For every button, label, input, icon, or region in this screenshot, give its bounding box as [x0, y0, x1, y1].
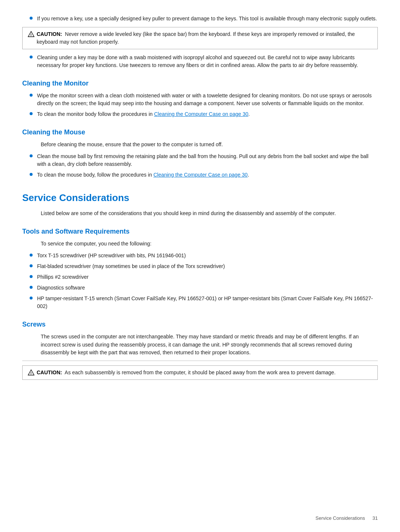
footer-left: Service Considerations — [316, 515, 365, 521]
top-bullet-text-1: If you remove a key, use a specially des… — [37, 15, 378, 23]
bullet-dot-11 — [30, 297, 33, 300]
tools-text-3: Phillips #2 screwdriver — [37, 273, 378, 281]
tools-software-intro: To service the computer, you need the fo… — [22, 240, 378, 248]
bullet-dot-10 — [30, 286, 33, 289]
bullet-dot — [30, 17, 33, 20]
top-bullet-item-1: If you remove a key, use a specially des… — [22, 15, 378, 23]
svg-text:!: ! — [30, 33, 31, 37]
caution-icon-2: ! — [28, 369, 34, 376]
bullet-dot-3 — [30, 94, 33, 97]
cleaning-mouse-list: Clean the mouse ball by first removing t… — [22, 153, 378, 179]
cleaning-monitor-text-1: Wipe the monitor screen with a clean clo… — [37, 92, 378, 107]
caution-label-1: CAUTION: — [37, 31, 62, 37]
cleaning-mouse-link[interactable]: Cleaning the Computer Case on page 30 — [153, 172, 248, 178]
caution-icon-1: ! — [28, 31, 34, 37]
tools-text-4: Diagnostics software — [37, 284, 378, 292]
top-bullet-text-2: Cleaning under a key may be done with a … — [37, 54, 378, 69]
screws-divider — [22, 361, 378, 361]
cleaning-mouse-text-2: To clean the mouse body, follow the proc… — [37, 171, 378, 179]
cleaning-monitor-suffix: . — [248, 111, 250, 117]
caution-text-1: Never remove a wide leveled key (like th… — [37, 31, 355, 45]
cleaning-mouse-prefix: To clean the mouse body, follow the proc… — [37, 172, 153, 178]
bullet-dot-2 — [30, 56, 33, 58]
page-footer: Service Considerations 31 — [316, 515, 378, 521]
bullet-dot-6 — [30, 173, 33, 176]
bullet-dot-5 — [30, 154, 33, 157]
bullet-dot-8 — [30, 264, 33, 267]
top-bullet-item-2: Cleaning under a key may be done with a … — [22, 54, 378, 69]
top-bullet-list: If you remove a key, use a specially des… — [22, 15, 378, 23]
footer-right: 31 — [373, 515, 378, 521]
cleaning-mouse-text-1: Clean the mouse ball by first removing t… — [37, 153, 378, 168]
caution-box-2: ! CAUTION: As each subassembly is remove… — [22, 365, 378, 380]
tools-software-list: Torx T-15 screwdriver (HP screwdriver wi… — [22, 252, 378, 310]
cleaning-mouse-intro: Before cleaning the mouse, ensure that t… — [22, 141, 378, 149]
cleaning-monitor-link[interactable]: Cleaning the Computer Case on page 30 — [154, 111, 249, 117]
service-considerations-heading: Service Considerations — [22, 192, 378, 204]
cleaning-mouse-item-2: To clean the mouse body, follow the proc… — [22, 171, 378, 179]
tools-software-heading: Tools and Software Requirements — [22, 228, 378, 235]
screws-body: The screws used in the computer are not … — [22, 333, 378, 357]
bullet-dot-7 — [30, 254, 33, 257]
cleaning-mouse-heading: Cleaning the Mouse — [22, 128, 378, 136]
tools-item-4: Diagnostics software — [22, 284, 378, 292]
cleaning-monitor-text-2: To clean the monitor body follow the pro… — [37, 110, 378, 118]
tools-text-1: Torx T-15 screwdriver (HP screwdriver wi… — [37, 252, 378, 260]
caution-box-1: ! CAUTION: Never remove a wide leveled k… — [22, 27, 378, 49]
cleaning-monitor-list: Wipe the monitor screen with a clean clo… — [22, 92, 378, 118]
cleaning-mouse-suffix: . — [248, 172, 249, 178]
bullet-dot-4 — [30, 112, 33, 115]
svg-text:!: ! — [30, 371, 31, 375]
tools-item-2: Flat-bladed screwdriver (may sometimes b… — [22, 262, 378, 270]
service-considerations-intro: Listed below are some of the considerati… — [22, 210, 378, 218]
tools-text-2: Flat-bladed screwdriver (may sometimes b… — [37, 262, 378, 270]
cleaning-monitor-item-1: Wipe the monitor screen with a clean clo… — [22, 92, 378, 107]
bullet-dot-9 — [30, 275, 33, 278]
caution-text-2: As each subassembly is removed from the … — [65, 369, 336, 375]
screws-heading: Screws — [22, 321, 378, 328]
cleaning-mouse-item-1: Clean the mouse ball by first removing t… — [22, 153, 378, 168]
tools-item-3: Phillips #2 screwdriver — [22, 273, 378, 281]
tools-text-5: HP tamper-resistant T-15 wrench (Smart C… — [37, 295, 378, 310]
caution-label-2: CAUTION: — [37, 369, 62, 375]
cleaning-monitor-item-2: To clean the monitor body follow the pro… — [22, 110, 378, 118]
cleaning-monitor-heading: Cleaning the Monitor — [22, 80, 378, 87]
top-bullet-list-2: Cleaning under a key may be done with a … — [22, 54, 378, 69]
tools-item-1: Torx T-15 screwdriver (HP screwdriver wi… — [22, 252, 378, 260]
tools-item-5: HP tamper-resistant T-15 wrench (Smart C… — [22, 295, 378, 310]
cleaning-monitor-prefix: To clean the monitor body follow the pro… — [37, 111, 154, 117]
